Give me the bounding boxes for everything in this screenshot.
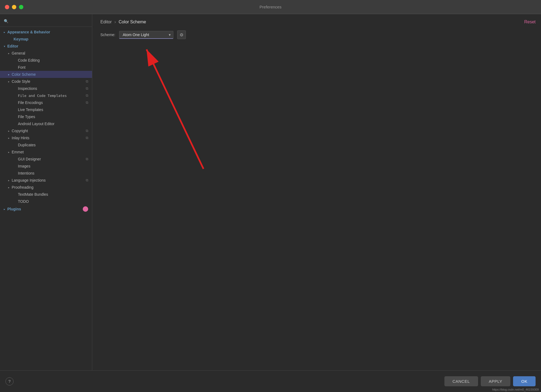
copy-icon: ⧉ — [86, 129, 88, 133]
nav-list: ▸Appearance & BehaviorKeymap▾Editor▸Gene… — [0, 29, 92, 213]
breadcrumb-current: Color Scheme — [119, 20, 146, 24]
sidebar-item-textmate-bundles[interactable]: TextMate Bundles — [0, 191, 92, 198]
window-title: Preferences — [260, 5, 282, 9]
sidebar-item-label: Font — [18, 65, 26, 69]
sidebar-item-general[interactable]: ▸General — [0, 50, 92, 57]
sidebar-item-label: TextMate Bundles — [18, 192, 48, 197]
sidebar-item-label: Keymap — [14, 37, 28, 41]
sidebar-item-copyright[interactable]: ▸Copyright⧉ — [0, 127, 92, 134]
chevron-icon: ▸ — [8, 52, 9, 55]
breadcrumb-separator: › — [114, 20, 116, 24]
sidebar-item-label: Code Editing — [18, 58, 40, 62]
copy-icon: ⧉ — [86, 100, 88, 105]
sidebar-item-label: Proofreading — [12, 185, 33, 189]
sidebar-item-label: Copyright — [12, 129, 28, 133]
sidebar-item-emmet[interactable]: ▸Emmet — [0, 148, 92, 156]
chevron-icon: ▸ — [8, 179, 9, 182]
sidebar-item-label: Language Injections — [12, 178, 46, 182]
sidebar-item-label: Inlay Hints — [12, 136, 29, 140]
sidebar-item-label: Appearance & Behavior — [7, 30, 50, 34]
close-button[interactable] — [5, 5, 9, 9]
sidebar-item-label: Duplicates — [18, 143, 36, 147]
breadcrumb: Editor › Color Scheme — [100, 20, 533, 24]
sidebar-item-keymap[interactable]: Keymap — [0, 36, 92, 43]
chevron-icon: ▸ — [8, 80, 9, 83]
titlebar: Preferences — [0, 0, 541, 14]
sidebar-item-label: Android Layout Editor — [18, 122, 55, 126]
copy-icon: ⧉ — [86, 157, 88, 161]
chevron-icon: ▸ — [8, 137, 9, 140]
reset-button[interactable]: Reset — [524, 20, 536, 24]
ok-button[interactable]: OK — [513, 376, 536, 386]
copy-icon: ⧉ — [86, 178, 88, 182]
copy-icon: ⧉ — [86, 79, 88, 84]
url-bar: https://blog.csdn.net/m0_46159309 — [490, 387, 541, 392]
chevron-icon: ▸ — [4, 31, 5, 34]
scheme-row: Scheme: Atom One Light ⚙ — [100, 30, 533, 39]
copy-icon: ⧉ — [86, 136, 88, 140]
sidebar-item-label: Inspections — [18, 86, 37, 91]
sidebar-item-live-templates[interactable]: Live Templates — [0, 106, 92, 113]
sidebar-item-code-editing[interactable]: Code Editing — [0, 57, 92, 64]
gear-button[interactable]: ⚙ — [177, 30, 186, 39]
sidebar-item-label: General — [12, 51, 25, 55]
sidebar-item-todo[interactable]: TODO — [0, 198, 92, 205]
scheme-select-wrapper[interactable]: Atom One Light — [119, 31, 173, 39]
sidebar-item-android-layout-editor[interactable]: Android Layout Editor — [0, 120, 92, 127]
sidebar-item-file-code-templates[interactable]: File and Code Templates⧉ — [0, 92, 92, 99]
sidebar-item-gui-designer[interactable]: GUI Designer⧉ — [0, 156, 92, 163]
main-layout: 🔍 ▸Appearance & BehaviorKeymap▾Editor▸Ge… — [0, 14, 541, 370]
minimize-button[interactable] — [12, 5, 16, 9]
sidebar: 🔍 ▸Appearance & BehaviorKeymap▾Editor▸Ge… — [0, 14, 92, 370]
sidebar-item-label: Editor — [7, 44, 18, 48]
sidebar-item-label: Intentions — [18, 171, 34, 175]
sidebar-item-label: Live Templates — [18, 108, 43, 112]
sidebar-item-label: File Types — [18, 115, 35, 119]
sidebar-item-label: Plugins — [7, 207, 21, 211]
sidebar-item-appearance[interactable]: ▸Appearance & Behavior — [0, 29, 92, 36]
action-buttons: CANCEL APPLY OK — [444, 376, 536, 386]
sidebar-item-file-types[interactable]: File Types — [0, 113, 92, 120]
traffic-lights — [5, 5, 23, 9]
breadcrumb-parent: Editor — [100, 20, 112, 24]
sidebar-item-duplicates[interactable]: Duplicates — [0, 141, 92, 148]
sidebar-item-label: File and Code Templates — [18, 94, 67, 98]
chevron-icon: ▸ — [8, 73, 9, 76]
sidebar-item-label: File Encodings — [18, 100, 43, 105]
sidebar-item-font[interactable]: Font — [0, 64, 92, 71]
content-area: Editor › Color Scheme Reset Scheme: Atom… — [92, 14, 541, 370]
search-icon: 🔍 — [4, 19, 8, 23]
chevron-icon: ▸ — [4, 208, 5, 211]
help-button[interactable]: ? — [5, 377, 14, 385]
chevron-icon: ▸ — [8, 186, 9, 189]
sidebar-item-label: GUI Designer — [18, 157, 41, 161]
sidebar-item-inspections[interactable]: Inspections⧉ — [0, 85, 92, 92]
scheme-label: Scheme: — [100, 33, 115, 37]
sidebar-item-label: Color Scheme — [12, 72, 36, 77]
copy-icon: ⧉ — [86, 86, 88, 91]
sidebar-item-images[interactable]: Images — [0, 163, 92, 170]
copy-icon: ⧉ — [86, 93, 88, 98]
sidebar-item-label: TODO — [18, 199, 29, 204]
sidebar-item-proofreading[interactable]: ▸Proofreading — [0, 184, 92, 191]
chevron-icon: ▾ — [4, 45, 5, 48]
search-bar[interactable]: 🔍 — [0, 17, 92, 27]
sidebar-item-plugins[interactable]: ▸Plugins — [0, 205, 92, 213]
plugins-badge — [83, 206, 88, 212]
sidebar-item-label: Emmet — [12, 150, 24, 154]
sidebar-item-label: Code Style — [12, 79, 30, 84]
scheme-select[interactable]: Atom One Light — [119, 31, 173, 39]
arrow-annotation — [128, 30, 231, 188]
sidebar-item-intentions[interactable]: Intentions — [0, 170, 92, 177]
chevron-icon: ▸ — [8, 129, 9, 132]
cancel-button[interactable]: CANCEL — [444, 376, 478, 386]
sidebar-item-language-injections[interactable]: ▸Language Injections⧉ — [0, 177, 92, 184]
maximize-button[interactable] — [19, 5, 23, 9]
apply-button[interactable]: APPLY — [481, 376, 511, 386]
sidebar-item-code-style[interactable]: ▸Code Style⧉ — [0, 78, 92, 85]
chevron-icon: ▸ — [8, 151, 9, 154]
sidebar-item-editor[interactable]: ▾Editor — [0, 43, 92, 50]
sidebar-item-inlay-hints[interactable]: ▸Inlay Hints⧉ — [0, 134, 92, 141]
sidebar-item-file-encodings[interactable]: File Encodings⧉ — [0, 99, 92, 106]
sidebar-item-color-scheme[interactable]: ▸Color Scheme — [0, 71, 92, 78]
